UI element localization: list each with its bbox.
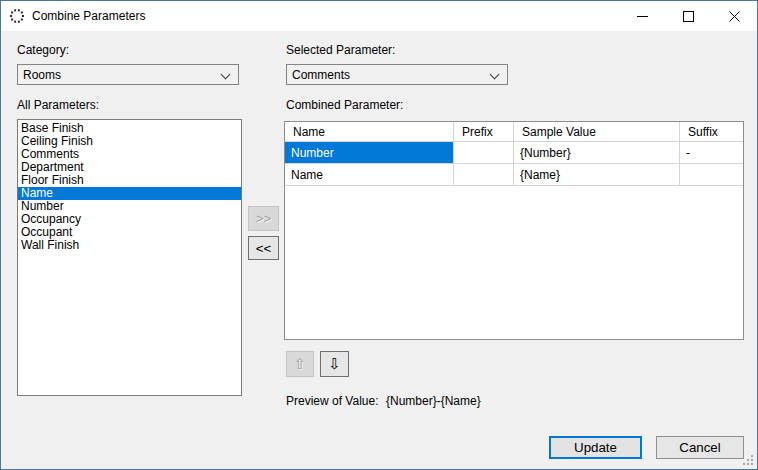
minimize-icon bbox=[637, 11, 648, 22]
table-cell-sample_value[interactable]: {Name} bbox=[514, 164, 680, 185]
all-parameters-listbox[interactable]: Base FinishCeiling FinishCommentsDepartm… bbox=[17, 119, 242, 396]
selected-parameter-combobox[interactable]: Comments bbox=[286, 64, 508, 85]
combined-parameter-label: Combined Parameter: bbox=[286, 98, 403, 112]
combine-parameters-dialog: Combine Parameters Category: Rooms All P… bbox=[0, 0, 758, 470]
chevron-down-icon bbox=[221, 70, 231, 80]
table-cell-name[interactable]: Number bbox=[285, 142, 454, 163]
close-icon bbox=[729, 11, 740, 22]
app-icon bbox=[9, 8, 25, 24]
preview-of-value-label: Preview of Value: bbox=[286, 394, 379, 408]
table-body: Number{Number}-Name{Name} bbox=[285, 142, 743, 186]
table-row: Name{Name} bbox=[285, 164, 743, 186]
maximize-button[interactable] bbox=[665, 1, 711, 31]
title-bar[interactable]: Combine Parameters bbox=[1, 1, 757, 31]
category-label: Category: bbox=[17, 43, 69, 57]
update-button[interactable]: Update bbox=[549, 436, 642, 459]
remove-parameter-button[interactable]: << bbox=[248, 236, 279, 260]
chevron-down-icon bbox=[490, 70, 500, 80]
move-up-button[interactable]: ⇧ bbox=[286, 351, 314, 377]
window-title: Combine Parameters bbox=[32, 1, 145, 31]
category-value: Rooms bbox=[23, 68, 61, 82]
window-controls bbox=[619, 1, 757, 31]
category-combobox[interactable]: Rooms bbox=[17, 64, 239, 85]
table-header-cell[interactable]: Prefix bbox=[454, 122, 514, 141]
table-row: Number{Number}- bbox=[285, 142, 743, 164]
table-header-row: NamePrefixSample ValueSuffix bbox=[285, 122, 743, 142]
resize-grip[interactable] bbox=[743, 455, 754, 466]
table-header-cell[interactable]: Name bbox=[285, 122, 454, 141]
up-arrow-icon: ⇧ bbox=[294, 357, 307, 372]
table-cell-prefix[interactable] bbox=[454, 164, 514, 185]
table-cell-suffix[interactable]: - bbox=[680, 142, 743, 163]
cancel-button[interactable]: Cancel bbox=[656, 436, 744, 459]
all-parameters-label: All Parameters: bbox=[17, 98, 99, 112]
combined-parameter-table: NamePrefixSample ValueSuffix Number{Numb… bbox=[284, 121, 744, 340]
move-down-button[interactable]: ⇩ bbox=[320, 351, 349, 377]
maximize-icon bbox=[683, 11, 694, 22]
minimize-button[interactable] bbox=[619, 1, 665, 31]
preview-value: {Number}-{Name} bbox=[386, 394, 481, 408]
table-cell-prefix[interactable] bbox=[454, 142, 514, 163]
add-parameter-button[interactable]: >> bbox=[248, 206, 279, 231]
down-arrow-icon: ⇩ bbox=[328, 357, 341, 372]
selected-parameter-value: Comments bbox=[292, 68, 350, 82]
selected-parameter-label: Selected Parameter: bbox=[286, 43, 395, 57]
table-cell-sample_value[interactable]: {Number} bbox=[514, 142, 680, 163]
table-header-cell[interactable]: Suffix bbox=[680, 122, 743, 141]
close-button[interactable] bbox=[711, 1, 757, 31]
list-item[interactable]: Wall Finish bbox=[18, 239, 241, 252]
table-cell-suffix[interactable] bbox=[680, 164, 743, 185]
table-cell-name[interactable]: Name bbox=[285, 164, 454, 185]
table-header-cell[interactable]: Sample Value bbox=[514, 122, 680, 141]
